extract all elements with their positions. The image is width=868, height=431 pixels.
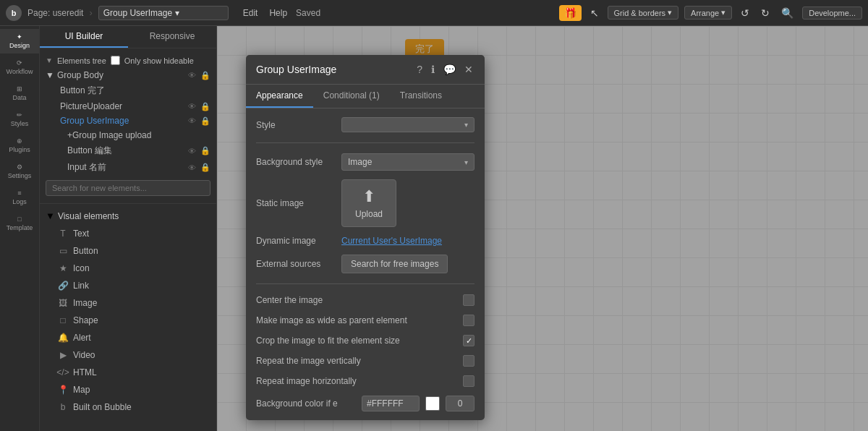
redo-button[interactable]: ↻ bbox=[758, 6, 773, 20]
chevron-down-icon: ▾ bbox=[668, 8, 672, 17]
icon-rail: ✦ Design ⟳ Workflow ⊞ Data ✏ Styles ⊕ Pl… bbox=[0, 26, 40, 431]
repeat-horizontal-row: Repeat image horizontally bbox=[256, 375, 475, 387]
help-nav[interactable]: Help bbox=[269, 8, 287, 18]
cursor-tool-button[interactable]: ↖ bbox=[587, 6, 602, 20]
element-video[interactable]: ▶ Video bbox=[40, 346, 216, 364]
crop-label: Crop the image to fit the element size bbox=[256, 336, 457, 346]
topbar: b Page: useredit › Group UserImage ▾ Edi… bbox=[0, 0, 868, 26]
element-map[interactable]: 📍 Map bbox=[40, 381, 216, 398]
tree-item-group-image-upload[interactable]: +Group Image upload bbox=[40, 128, 216, 142]
elements-tree: ▼ Elements tree Only show hideable ▼ Gro… bbox=[40, 48, 216, 431]
make-wide-label: Make image as wide as parent element bbox=[256, 315, 457, 325]
data-icon: ⊞ bbox=[17, 85, 22, 93]
group-body-header[interactable]: ▼ Group Body 👁 🔒 bbox=[40, 68, 216, 82]
visual-elements-label: Visual elements bbox=[58, 211, 119, 221]
sidebar-item-logs[interactable]: ≡ Logs bbox=[0, 185, 39, 210]
arrange-button[interactable]: Arrange ▾ bbox=[684, 6, 732, 20]
element-button[interactable]: ▭ Button bbox=[40, 242, 216, 260]
only-show-hideable-label: Only show hideable bbox=[124, 56, 194, 65]
tree-item-picture-uploader[interactable]: PictureUploader 👁 🔒 bbox=[40, 99, 216, 114]
canvas-area[interactable]: 完了 Group UserImage ? ℹ 💬 bbox=[217, 26, 868, 431]
lock-icon[interactable]: 🔒 bbox=[200, 146, 210, 155]
tab-ui-builder[interactable]: UI Builder bbox=[40, 26, 128, 48]
eye-icon[interactable]: 👁 bbox=[188, 71, 196, 80]
tree-item-label: Button 完了 bbox=[60, 85, 105, 97]
chevron-down-icon: ▾ bbox=[464, 121, 468, 129]
bg-color-opacity-input[interactable] bbox=[446, 396, 475, 411]
make-wide-toggle[interactable] bbox=[463, 315, 475, 326]
tree-item-group-userimage[interactable]: Group UserImage 👁 🔒 bbox=[40, 114, 216, 128]
sidebar-item-plugins[interactable]: ⊕ Plugins bbox=[0, 133, 39, 158]
only-show-hideable-checkbox[interactable] bbox=[111, 56, 120, 65]
eye-icon[interactable]: 👁 bbox=[188, 147, 196, 155]
grid-borders-button[interactable]: Grid & borders ▾ bbox=[608, 6, 679, 20]
undo-button[interactable]: ↺ bbox=[738, 6, 752, 20]
element-html[interactable]: </> HTML bbox=[40, 364, 216, 381]
repeat-horizontal-toggle[interactable] bbox=[463, 375, 475, 387]
close-icon[interactable]: ✕ bbox=[463, 62, 475, 77]
search-free-images-button[interactable]: Search for free images bbox=[341, 255, 448, 273]
eye-icon[interactable]: 👁 bbox=[188, 163, 196, 172]
element-icon[interactable]: ★ Icon bbox=[40, 260, 216, 277]
element-alert[interactable]: 🔔 Alert bbox=[40, 329, 216, 346]
tree-header: ▼ Elements tree Only show hideable bbox=[40, 53, 216, 68]
tab-responsive[interactable]: Responsive bbox=[128, 26, 216, 48]
collapse-icon: ▼ bbox=[46, 210, 55, 221]
divider bbox=[256, 283, 475, 284]
eye-icon[interactable]: 👁 bbox=[188, 116, 196, 125]
sidebar-item-styles[interactable]: ✏ Styles bbox=[0, 107, 39, 132]
sidebar-item-settings[interactable]: ⚙ Settings bbox=[0, 159, 39, 184]
element-built-on-bubble[interactable]: b Built on Bubble bbox=[40, 398, 216, 416]
video-icon: ▶ bbox=[57, 349, 69, 361]
sidebar-item-data[interactable]: ⊞ Data bbox=[0, 81, 39, 106]
style-select[interactable]: ▾ bbox=[341, 117, 475, 132]
tab-appearance[interactable]: Appearance bbox=[246, 85, 313, 108]
tree-item-label: Input 名前 bbox=[67, 161, 106, 174]
eye-icon[interactable]: 👁 bbox=[188, 102, 196, 111]
sidebar-item-workflow[interactable]: ⟳ Workflow bbox=[0, 55, 39, 80]
tab-conditional[interactable]: Conditional (1) bbox=[313, 85, 390, 108]
lock-icon[interactable]: 🔒 bbox=[200, 102, 210, 111]
dev-button[interactable]: Developme... bbox=[802, 7, 862, 20]
element-image[interactable]: 🖼 Image bbox=[40, 294, 216, 312]
crop-toggle[interactable] bbox=[463, 335, 475, 346]
chevron-down-icon: ▾ bbox=[175, 8, 179, 18]
upload-button[interactable]: ⬆ Upload bbox=[341, 179, 396, 227]
tree-label: Elements tree bbox=[57, 56, 106, 65]
center-image-toggle[interactable] bbox=[463, 294, 475, 306]
search-button[interactable]: 🔍 bbox=[778, 6, 796, 20]
sidebar-item-template[interactable]: □ Template bbox=[0, 211, 39, 236]
center-image-label: Center the image bbox=[256, 295, 457, 305]
tree-item-input-name[interactable]: Input 名前 👁 🔒 bbox=[40, 159, 216, 176]
link-icon: 🔗 bbox=[57, 280, 69, 291]
search-elements-input[interactable] bbox=[46, 180, 210, 196]
info-icon[interactable]: ℹ bbox=[430, 62, 436, 77]
collapse-icon[interactable]: ▼ bbox=[46, 56, 53, 64]
help-icon[interactable]: ? bbox=[415, 62, 424, 77]
lock-icon[interactable]: 🔒 bbox=[200, 116, 210, 126]
lock-icon[interactable]: 🔒 bbox=[200, 163, 210, 172]
group-select-dropdown[interactable]: Group UserImage ▾ bbox=[98, 6, 229, 20]
visual-elements-header[interactable]: ▼ Visual elements bbox=[40, 207, 216, 225]
repeat-vertical-toggle[interactable] bbox=[463, 355, 475, 367]
tree-item-label: Button 編集 bbox=[67, 145, 112, 157]
tree-item-button-edit[interactable]: Button 編集 👁 🔒 bbox=[40, 142, 216, 159]
edit-nav[interactable]: Edit bbox=[243, 8, 258, 18]
bg-style-select[interactable]: Image ▾ bbox=[341, 153, 475, 171]
element-text[interactable]: T Text bbox=[40, 225, 216, 242]
element-shape[interactable]: □ Shape bbox=[40, 312, 216, 329]
gift-button[interactable]: 🎁 bbox=[559, 5, 582, 21]
chat-icon[interactable]: 💬 bbox=[442, 62, 457, 77]
html-icon: </> bbox=[57, 367, 69, 378]
dynamic-image-row: Dynamic image Current User's UserImage bbox=[256, 236, 475, 246]
bg-color-label: Background color if e bbox=[256, 398, 356, 409]
lock-icon[interactable]: 🔒 bbox=[200, 71, 210, 80]
element-link[interactable]: 🔗 Link bbox=[40, 277, 216, 294]
tab-transitions[interactable]: Transitions bbox=[390, 85, 452, 108]
bg-color-hex-input[interactable] bbox=[362, 396, 420, 411]
color-swatch[interactable] bbox=[425, 396, 440, 411]
tree-item-button-done[interactable]: Button 完了 bbox=[40, 82, 216, 99]
sidebar-item-design[interactable]: ✦ Design bbox=[0, 29, 39, 54]
dynamic-image-button[interactable]: Current User's UserImage bbox=[341, 236, 442, 246]
external-sources-label: External sources bbox=[256, 259, 336, 269]
